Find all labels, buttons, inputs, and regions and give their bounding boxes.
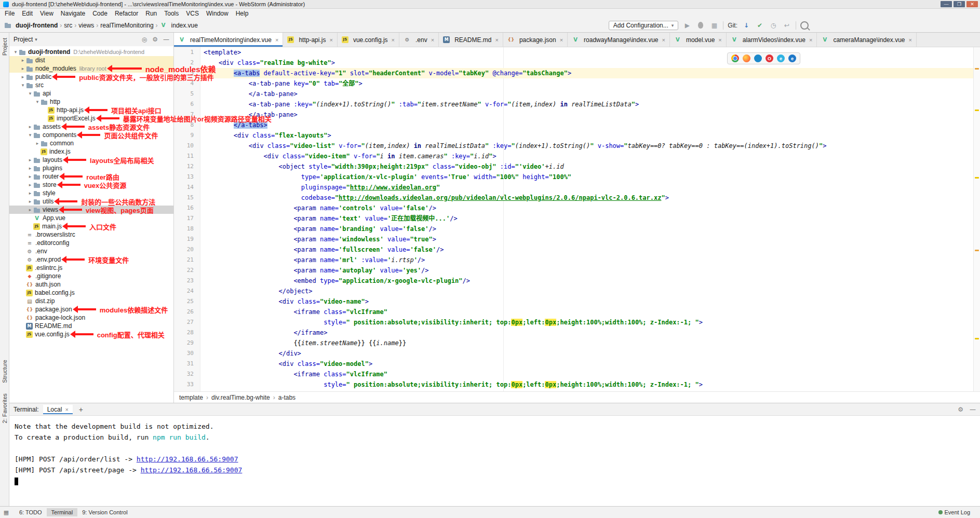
code-line[interactable]: 25 <div class="video-name"> [174, 296, 980, 307]
code-line[interactable]: 26 <iframe class="vlcIframe" [174, 307, 980, 317]
editor-breadcrumb-item[interactable]: template [179, 394, 203, 401]
breadcrumb-item[interactable]: realTimeMonitoring [100, 22, 153, 29]
tree-item[interactable]: JSbabel.config.js [9, 289, 173, 297]
tree-item[interactable]: JS.eslintrc.js [9, 264, 173, 272]
editor-tab[interactable]: ValarmVideos\index.vue× [727, 33, 817, 47]
tree-item[interactable]: ▾api [9, 89, 173, 98]
chevron-closed-icon[interactable]: ▸ [27, 190, 33, 196]
code-line[interactable]: 4 <a-tab-pane key="0" tab="全部"> [174, 78, 980, 89]
git-commit-button[interactable] [755, 21, 764, 30]
menu-item-tools[interactable]: Tools [160, 10, 182, 17]
menu-item-view[interactable]: View [36, 10, 57, 17]
code-line[interactable]: 1<template> [174, 47, 980, 58]
new-terminal-button[interactable]: + [77, 405, 85, 414]
chevron-open-icon[interactable]: ▾ [20, 83, 26, 88]
code-line[interactable]: 5 </a-tab-pane> [174, 89, 980, 99]
chevron-closed-icon[interactable]: ▸ [27, 174, 33, 179]
edge-icon[interactable]: e [788, 54, 796, 62]
status-item-todo[interactable]: 6: TODO [15, 508, 47, 516]
code-line[interactable]: 12 <object style="width:390px;height:219… [174, 161, 980, 172]
code-line[interactable]: 28 </iframe> [174, 328, 980, 338]
close-button[interactable] [966, 1, 978, 7]
breadcrumb-item[interactable]: Vindex.vue [160, 22, 198, 29]
code-line[interactable]: 27 style=" position:absolute;visibility:… [174, 317, 980, 328]
gear-icon[interactable]: ⚙ [152, 36, 158, 43]
editor-tab[interactable]: VroadwayManage\index.vue× [568, 33, 670, 47]
menu-item-file[interactable]: File [1, 10, 18, 17]
chevron-closed-icon[interactable]: ▸ [20, 74, 26, 79]
git-revert-button[interactable] [782, 21, 791, 30]
error-stripe-mark[interactable] [975, 177, 979, 179]
error-stripe-mark[interactable] [975, 338, 979, 339]
breadcrumb-item[interactable]: src [64, 22, 72, 29]
tool-windows-icon[interactable] [2, 508, 10, 516]
menu-item-window[interactable]: Window [203, 10, 232, 17]
menu-item-edit[interactable]: Edit [18, 10, 36, 17]
close-tab-icon[interactable]: × [662, 37, 665, 43]
editor-tab[interactable]: Vmodel.vue× [670, 33, 727, 47]
code-line[interactable]: 11 <div class="video-item" v-for="i in i… [174, 151, 980, 161]
code-line[interactable]: 16 <param name='controls' value='false'/… [174, 203, 980, 213]
menu-item-navigate[interactable]: Navigate [57, 10, 89, 17]
chevron-open-icon[interactable]: ▾ [27, 132, 33, 138]
code-line[interactable]: 2 <div class="realTime bg-white"> [174, 58, 980, 68]
editor-tab[interactable]: VcameraManage\index.vue× [817, 33, 917, 47]
editor-tab[interactable]: {}package.json× [503, 33, 568, 47]
ie-icon[interactable]: e [777, 54, 785, 62]
code-line[interactable]: 14 pluginspage="http://www.videolan.org" [174, 182, 980, 193]
chevron-open-icon[interactable]: ▾ [34, 99, 41, 104]
code-line[interactable]: 9 <div class="flex-layouts"> [174, 130, 980, 141]
minimize-panel-icon[interactable]: — [970, 406, 976, 413]
locate-icon[interactable]: ◎ [142, 36, 147, 43]
tree-item[interactable]: JSvue.config.jsconfig配置、代理相关 [9, 330, 173, 338]
code-line[interactable]: 17 <param name='text' value='正在加载视频中...'… [174, 213, 980, 224]
code-line[interactable]: 30 </div> [174, 348, 980, 359]
tree-item[interactable]: JSmain.js入口文件 [9, 222, 173, 230]
status-item-version-control[interactable]: 9: Version Control [77, 508, 132, 516]
tree-item[interactable]: ⚙.env.prod环境变量文件 [9, 255, 173, 264]
editor-breadcrumb-item[interactable]: div.realTime.bg-white [211, 394, 270, 401]
debug-button[interactable] [696, 21, 705, 30]
tree-item[interactable]: ▾src [9, 81, 173, 89]
code-line[interactable]: 8 </a-tabs> [174, 120, 980, 130]
tree-item[interactable]: {}auth.json [9, 280, 173, 289]
code-line[interactable]: 34 </iframe> [174, 390, 980, 391]
code-line[interactable]: 10 <div class="video-list" v-for="(item,… [174, 141, 980, 151]
opera-icon[interactable]: O [766, 54, 773, 62]
code-line[interactable]: 22 <param name='autoplay' value='yes'/> [174, 265, 980, 276]
tree-item[interactable]: ▸viewsview视图、pages页面 [9, 206, 173, 214]
code-line[interactable]: 15 codebase="http://downloads.videolan.o… [174, 193, 980, 203]
chevron-down-icon[interactable]: ▾ [35, 37, 37, 42]
editor-breadcrumb-item[interactable]: a-tabs [278, 394, 296, 401]
code-line[interactable]: 3 <a-tabs default-active-key="1" slot="h… [174, 68, 980, 78]
error-stripe-mark[interactable] [975, 68, 979, 70]
chrome-icon[interactable] [731, 54, 739, 62]
code-line[interactable]: 20 <param name='fullscreen' value='false… [174, 244, 980, 255]
code-line[interactable]: 6 <a-tab-pane :key="(index+1).toString()… [174, 99, 980, 110]
code-line[interactable]: 33 style=" position:absolute;visibility:… [174, 379, 980, 390]
code-line[interactable]: 32 <iframe class="vlcIframe" [174, 369, 980, 379]
editor-tab[interactable]: ⚙.env× [399, 33, 439, 47]
git-history-button[interactable] [769, 21, 778, 30]
tree-item[interactable]: {}package-lock.json [9, 313, 173, 322]
tree-item[interactable]: ≡.browserslistrc [9, 230, 173, 239]
menu-item-vcs[interactable]: VCS [182, 10, 203, 17]
code-line[interactable]: 29 {{item.streetName}} {{i.name}} [174, 338, 980, 348]
maximize-button[interactable] [954, 1, 965, 7]
code-line[interactable]: 18 <param name='branding' value='false'/… [174, 224, 980, 234]
tree-item[interactable]: ≡.editorconfig [9, 239, 173, 247]
tree-item[interactable]: ▾duoji-frontendD:\zheheWeb\duoji-fronten… [9, 48, 173, 56]
safari-icon[interactable] [754, 54, 762, 62]
tool-window-button-structure[interactable]: Structure [2, 360, 8, 383]
run-button[interactable] [682, 21, 692, 30]
tree-item[interactable]: {}package.jsonmodules依赖描述文件 [9, 305, 173, 313]
chevron-open-icon[interactable]: ▾ [12, 49, 19, 54]
code-line[interactable]: 7 </a-tab-pane> [174, 110, 980, 120]
chevron-closed-icon[interactable]: ▸ [20, 66, 26, 71]
coverage-button[interactable] [709, 21, 719, 30]
error-stripe-mark[interactable] [975, 250, 979, 251]
terminal-output[interactable]: Note that the development build is not o… [9, 416, 980, 506]
code-line[interactable]: 21 <param name='mrl' :value='i.rtsp'/> [174, 255, 980, 265]
menu-item-refactor[interactable]: Refactor [111, 10, 142, 17]
tool-window-button-2-favorites[interactable]: 2: Favorites [2, 393, 8, 423]
